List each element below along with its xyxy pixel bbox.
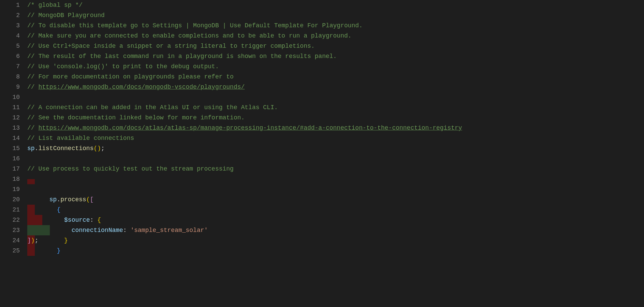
line-number: 2 <box>0 10 20 20</box>
code-line[interactable] <box>27 154 644 164</box>
indent <box>49 247 57 254</box>
line-number-gutter: 1 2 3 4 5 6 7 8 9 10 11 12 13 14 15 16 1… <box>0 0 27 307</box>
punct: . <box>57 196 60 203</box>
bracket: ] <box>27 237 31 244</box>
comment: /* global sp */ <box>27 2 83 9</box>
code-editor[interactable]: 1 2 3 4 5 6 7 8 9 10 11 12 13 14 15 16 1… <box>0 0 644 307</box>
line-number: 25 <box>0 246 20 256</box>
comment: // Use 'console.log()' to print to the d… <box>27 63 219 70</box>
code-area[interactable]: /* global sp */ // MongoDB Playground //… <box>27 0 644 307</box>
line-number: 4 <box>0 31 20 41</box>
punct: . <box>35 145 39 152</box>
line-number: 23 <box>0 225 20 235</box>
brace: { <box>97 217 101 223</box>
line-number: 14 <box>0 133 20 143</box>
paren: ) <box>31 237 35 244</box>
paren: ( <box>86 196 90 203</box>
line-number: 24 <box>0 235 20 246</box>
code-line[interactable] <box>27 92 644 102</box>
code-line[interactable]: connectionName: 'sample_stream_solar' <box>27 205 644 215</box>
code-line[interactable]: // For more documentation on playgrounds… <box>27 72 644 82</box>
fn-call: process <box>60 196 86 203</box>
identifier: sp <box>27 145 35 152</box>
brace: } <box>64 237 68 244</box>
code-line[interactable]: { <box>27 184 644 194</box>
line-number: 1 <box>0 0 20 10</box>
comment: // To disable this template go to Settin… <box>27 22 363 29</box>
line-number: 8 <box>0 72 20 82</box>
comment: // <box>27 84 38 90</box>
line-number: 9 <box>0 82 20 92</box>
comment: // See the documentation linked below fo… <box>27 114 245 121</box>
identifier: sp <box>49 196 57 203</box>
comment: // Make sure you are connected to enable… <box>27 32 352 39</box>
indent <box>49 217 64 223</box>
punct: ; <box>101 145 105 152</box>
code-line[interactable]: sp.process([ <box>27 174 644 184</box>
comment-link[interactable]: https://www.mongodb.com/docs/mongodb-vsc… <box>38 84 245 90</box>
code-line[interactable]: // https://www.mongodb.com/docs/mongodb-… <box>27 82 644 92</box>
object-key: $source <box>64 217 90 223</box>
punct: ; <box>35 237 39 244</box>
code-line[interactable]: // Make sure you are connected to enable… <box>27 31 644 41</box>
line-number: 7 <box>0 61 20 72</box>
indent <box>49 206 57 213</box>
line-number: 15 <box>0 143 20 154</box>
comment-link[interactable]: https://www.mongodb.com/docs/atlas/atlas… <box>38 125 462 131</box>
diff-removed-marker <box>27 179 35 184</box>
string-literal: 'sample_stream_solar' <box>130 227 208 234</box>
code-line[interactable] <box>27 246 644 256</box>
code-line[interactable]: // See the documentation linked below fo… <box>27 113 644 123</box>
line-number: 13 <box>0 123 20 133</box>
code-line[interactable]: // To disable this template go to Settin… <box>27 20 644 31</box>
comment: // For more documentation on playgrounds… <box>27 73 234 80</box>
line-number: 6 <box>0 51 20 61</box>
line-number: 11 <box>0 102 20 113</box>
code-line[interactable]: // Use process to quickly test out the s… <box>27 164 644 174</box>
code-line[interactable]: ]); <box>27 235 644 246</box>
brace: } <box>57 247 60 254</box>
code-line[interactable]: $source: { <box>27 194 644 205</box>
code-line[interactable]: sp.listConnections(); <box>27 143 644 154</box>
indent <box>49 227 72 234</box>
object-key: connectionName <box>72 227 123 234</box>
line-number: 16 <box>0 154 20 164</box>
line-number: 5 <box>0 41 20 51</box>
indent <box>49 237 64 244</box>
line-number: 19 <box>0 184 20 194</box>
comment: // <box>27 125 38 131</box>
punct: : <box>123 227 131 234</box>
line-number: 3 <box>0 20 20 31</box>
comment: // List available connections <box>27 135 134 142</box>
bracket: [ <box>90 196 94 203</box>
brace: { <box>57 206 60 213</box>
paren: () <box>93 145 101 152</box>
code-line[interactable]: // List available connections <box>27 133 644 143</box>
comment: // Use Ctrl+Space inside a snippet or a … <box>27 43 315 49</box>
code-line[interactable]: // A connection can be added in the Atla… <box>27 102 644 113</box>
comment: // Use process to quickly test out the s… <box>27 165 234 172</box>
comment: // MongoDB Playground <box>27 12 105 19</box>
line-number: 22 <box>0 215 20 225</box>
code-line[interactable]: } <box>27 215 644 225</box>
line-number: 18 <box>0 174 20 184</box>
code-line[interactable]: // https://www.mongodb.com/docs/atlas/at… <box>27 123 644 133</box>
code-line[interactable]: // MongoDB Playground <box>27 10 644 20</box>
line-number: 17 <box>0 164 20 174</box>
line-number: 12 <box>0 113 20 123</box>
comment: // A connection can be added in the Atla… <box>27 104 278 111</box>
line-number: 10 <box>0 92 20 102</box>
fn-call: listConnections <box>38 145 93 152</box>
code-line[interactable]: /* global sp */ <box>27 0 644 10</box>
line-number: 20 <box>0 194 20 205</box>
comment: // The result of the last command run in… <box>27 53 337 60</box>
code-line[interactable]: // The result of the last command run in… <box>27 51 644 61</box>
code-line[interactable]: // Use Ctrl+Space inside a snippet or a … <box>27 41 644 51</box>
line-number: 21 <box>0 205 20 215</box>
code-line[interactable]: // Use 'console.log()' to print to the d… <box>27 61 644 72</box>
punct: : <box>90 217 98 223</box>
